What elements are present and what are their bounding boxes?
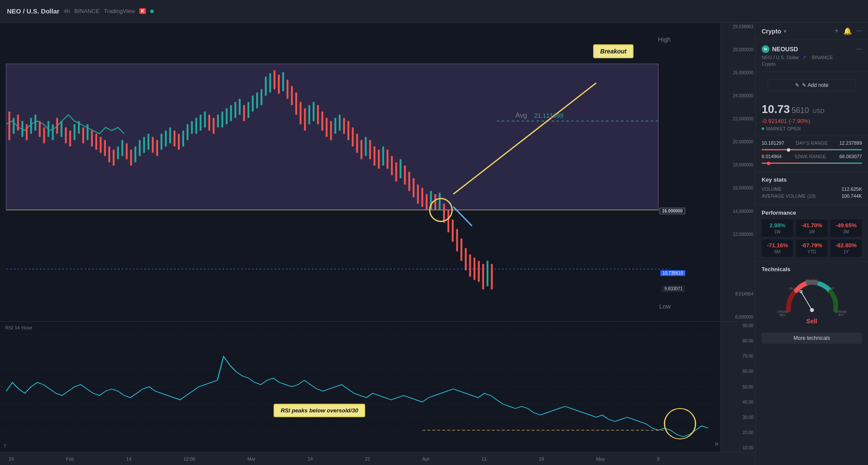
rsi-canvas: RSI peaks below oversold/30 <box>0 322 720 452</box>
rsi-y-axis: 90.00 80.00 70.00 60.00 50.00 40.00 30.0… <box>720 322 755 452</box>
week52-range-low: 8.014964 <box>762 154 782 159</box>
add-note-section: ✎ ✎ Add note <box>756 72 868 98</box>
low-label: Low <box>659 303 671 310</box>
rsi-peaks-text: RSI peaks below oversold/30 <box>281 407 358 414</box>
tv-badge: K <box>139 8 146 14</box>
x-label-24: 24 <box>9 456 14 462</box>
add-note-icon: ✎ <box>795 82 799 88</box>
volume-value: 112.625K <box>842 186 862 192</box>
performance-section: Performance 2.98% 1W -41.70% 1M -49.65% … <box>756 205 868 262</box>
sidebar-title: Crypto <box>762 28 781 35</box>
symbol-card: N NEOUSD ··· NEO / U.S. Dollar ↗ · BINAN… <box>756 40 868 72</box>
perf-ytd-value: -67.79% <box>799 242 824 249</box>
exchange-text: BINANCE <box>74 8 99 14</box>
tv-footer-logo: 𝕋 <box>3 444 7 448</box>
symbol-name-row: N NEOUSD <box>762 45 798 53</box>
y-axis: 29.638063 28.000000 26.000000 24.000000 … <box>720 23 755 321</box>
rsi-line <box>6 356 708 437</box>
x-label-9: 9 <box>657 456 660 462</box>
dots-menu-icon[interactable]: ··· <box>856 27 862 35</box>
perf-1y-period: 1Y <box>834 249 858 254</box>
svg-text:SELL: SELL <box>779 313 786 316</box>
symbol-link-icon[interactable]: ↗ <box>802 55 806 60</box>
x-label-14: 14 <box>126 456 132 462</box>
volume-label: VOLUME <box>762 186 782 192</box>
more-technicals-label: More technicals <box>793 335 830 341</box>
breakout-text: Breakout <box>600 48 627 55</box>
nav-chevron[interactable]: » <box>715 440 719 448</box>
symbol-exchange: · BINANCE <box>809 55 833 60</box>
y-label-8: 16.000000 <box>723 186 753 190</box>
x-axis: 24 Feb 14 12:00 Mar 14 22 Apr 11 19 May … <box>0 452 755 465</box>
gauge-svg: STRONG SELL SELL NEUTRAL BUY STRONG BUY <box>777 277 847 316</box>
interval-text[interactable]: 4h <box>64 8 70 14</box>
y-label-14: 6.000000 <box>723 315 753 319</box>
rsi-y-30: 30.00 <box>723 415 753 420</box>
sidebar-chevron: ▾ <box>784 28 786 34</box>
perf-3m: -49.65% 3M <box>830 219 862 237</box>
rsi-y-60: 60.00 <box>723 369 753 374</box>
week52-range-thumb <box>767 162 770 165</box>
y-label-3: 26.000000 <box>723 70 753 75</box>
perf-ytd: -67.79% YTD <box>796 239 828 257</box>
days-range-row: 10.181297 DAY'S RANGE 12.237899 <box>762 140 862 146</box>
perf-1w-period: 1W <box>765 229 790 234</box>
y-label-6: 20.000000 <box>723 140 753 144</box>
rsi-label: RSI 14 close <box>5 325 32 330</box>
y-label-5: 22.000000 <box>723 116 753 121</box>
x-axis-labels: 24 Feb 14 12:00 Mar 14 22 Apr 11 19 May … <box>9 456 746 462</box>
perf-6m-value: -71.16% <box>765 242 790 249</box>
svg-text:BUY: BUY <box>838 313 845 316</box>
top-bar: NEO / U.S. Dollar 4h BINANCE TradingView… <box>0 0 868 23</box>
perf-1m-period: 1M <box>799 229 824 234</box>
y-label-10: 12.000000 <box>723 232 753 237</box>
perf-1m-value: -41.70% <box>799 222 824 229</box>
bell-icon[interactable]: 🔔 <box>843 27 852 35</box>
key-stats-section: Key stats VOLUME 112.625K AVERAGE VOLUME… <box>756 172 868 205</box>
avg-text: Avg <box>515 112 527 119</box>
range-section: 10.181297 DAY'S RANGE 12.237899 8.014964… <box>756 136 868 172</box>
y-label-7: 18.000000 <box>723 163 753 167</box>
svg-text:NEUTRAL: NEUTRAL <box>805 279 818 282</box>
svg-point-120 <box>810 308 814 312</box>
week52-range-label: 52WK RANGE <box>782 154 839 159</box>
y-label-2: 28.000000 <box>723 47 753 52</box>
x-label-feb: Feb <box>66 456 74 462</box>
chart-area: Avg 21.111899 High Low Breakout 10.73561… <box>0 23 755 465</box>
avg-volume-row: AVERAGE VOLUME (10) 100.744K <box>762 193 862 199</box>
days-range-fill <box>762 149 862 150</box>
y-label-1: 29.638063 <box>723 24 753 29</box>
x-axis-spacer <box>712 456 746 462</box>
x-label-may: May <box>596 456 605 462</box>
week52-range-bar <box>762 163 862 164</box>
days-range-high: 12.237899 <box>839 140 862 146</box>
week52-range-row: 8.014964 52WK RANGE 68.063077 <box>762 154 862 159</box>
chart-canvas: Avg 21.111899 High Low Breakout 10.73561… <box>0 23 720 321</box>
add-note-button[interactable]: ✎ ✎ Add note <box>768 79 856 91</box>
gauge-container: STRONG SELL SELL NEUTRAL BUY STRONG BUY … <box>762 277 862 325</box>
week52-range-fill <box>762 163 862 164</box>
rsi-y-20: 20.00 <box>723 430 753 435</box>
perf-6m: -71.16% 6M <box>762 239 793 257</box>
add-icon[interactable]: + <box>835 27 838 35</box>
consolidation-zone <box>6 64 658 210</box>
rsi-svg <box>0 322 720 452</box>
avg-volume-value: 100.744K <box>842 193 862 199</box>
days-range-bar <box>762 149 862 150</box>
add-note-label: ✎ Add note <box>802 82 828 88</box>
main-chart[interactable]: Avg 21.111899 High Low Breakout 10.73561… <box>0 23 755 322</box>
sidebar-icons: + 🔔 ··· <box>835 27 862 35</box>
key-stats-title: Key stats <box>762 176 862 183</box>
rsi-annotation: RSI peaks below oversold/30 <box>274 404 365 417</box>
high-label: High <box>658 36 670 43</box>
more-technicals-button[interactable]: More technicals <box>762 332 862 344</box>
volume-row: VOLUME 112.625K <box>762 186 862 192</box>
market-status: MARKET OPEN <box>762 126 862 131</box>
sidebar: Crypto ▾ + 🔔 ··· N NEOUSD ··· NEO / U.S.… <box>755 23 868 465</box>
sidebar-title-row[interactable]: Crypto ▾ <box>762 28 786 35</box>
symbol-more-dots[interactable]: ··· <box>856 45 862 53</box>
svg-text:SELL: SELL <box>789 287 796 290</box>
symbol-text[interactable]: NEO / U.S. Dollar <box>7 7 59 15</box>
symbol-name[interactable]: NEOUSD <box>772 46 798 53</box>
x-label-mar: Mar <box>248 456 256 462</box>
